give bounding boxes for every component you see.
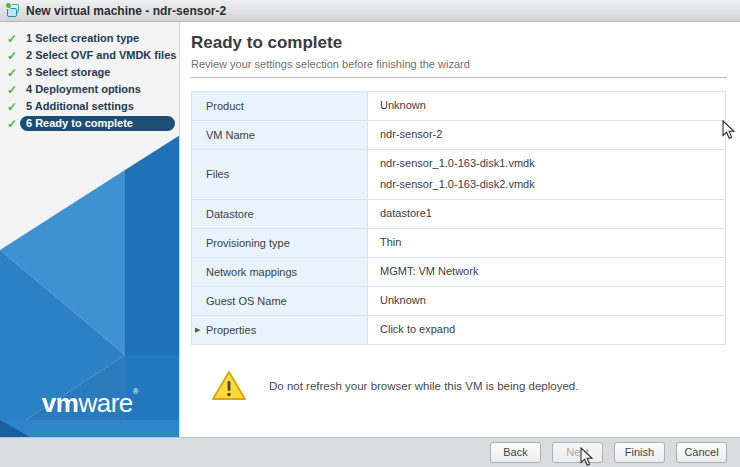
page-subtitle: Review your settings selection before fi…	[191, 58, 740, 70]
table-row: VM Namendr-sensor-2	[192, 121, 726, 150]
row-value-cell: Thin	[368, 229, 726, 258]
row-label-cell: Network mappings	[192, 258, 368, 287]
row-value: Unknown	[380, 95, 717, 116]
expand-arrow-icon[interactable]: ▶	[195, 326, 200, 334]
window-title: New virtual machine - ndr-sensor-2	[26, 4, 226, 18]
table-row: ProductUnknown	[192, 92, 726, 121]
main-content: Ready to complete Review your settings s…	[181, 22, 740, 437]
row-value-cell: datastore1	[368, 200, 726, 229]
next-button: Next	[552, 442, 603, 463]
row-label: Files	[206, 168, 229, 180]
step-label: 6 Ready to complete	[20, 116, 175, 131]
row-label: Guest OS Name	[206, 295, 287, 307]
steps-list: ✓1 Select creation type✓2 Select OVF and…	[0, 22, 179, 132]
deployment-warning: Do not refresh your browser while this V…	[211, 370, 740, 402]
step-check-icon: ✓	[7, 32, 20, 46]
row-label-cell: VM Name	[192, 121, 368, 150]
row-value-cell: Unknown	[368, 92, 726, 121]
table-row: Filesndr-sensor_1.0-163-disk1.vmdkndr-se…	[192, 150, 726, 200]
row-value: ndr-sensor-2	[380, 124, 717, 145]
titlebar: New virtual machine - ndr-sensor-2	[0, 0, 740, 22]
table-row: Datastoredatastore1	[192, 200, 726, 229]
step-check-icon: ✓	[7, 66, 20, 80]
row-value: Thin	[380, 232, 717, 253]
row-label-cell[interactable]: ▶Properties	[192, 316, 368, 345]
row-label: Properties	[206, 324, 256, 336]
table-row[interactable]: ▶PropertiesClick to expand	[192, 316, 726, 345]
row-value: Unknown	[380, 290, 717, 311]
step-check-icon: ✓	[7, 83, 20, 97]
table-row: Provisioning typeThin	[192, 229, 726, 258]
step-check-icon: ✓	[7, 117, 20, 131]
wizard-steps-sidebar: ✓1 Select creation type✓2 Select OVF and…	[0, 22, 180, 437]
cancel-button[interactable]: Cancel	[676, 442, 727, 463]
row-label: Datastore	[206, 208, 254, 220]
row-value-cell[interactable]: Click to expand	[368, 316, 726, 345]
sidebar-step-5[interactable]: ✓5 Additional settings	[0, 98, 179, 115]
row-value-cell: ndr-sensor_1.0-163-disk1.vmdkndr-sensor_…	[368, 150, 726, 200]
divider	[191, 77, 727, 78]
row-label-cell: Product	[192, 92, 368, 121]
row-value: Click to expand	[380, 319, 717, 340]
table-row: Network mappingsMGMT: VM Network	[192, 258, 726, 287]
row-label-cell: Datastore	[192, 200, 368, 229]
footer-bar: BackNextFinishCancel	[0, 437, 740, 467]
table-row: Guest OS NameUnknown	[192, 287, 726, 316]
row-label-cell: Guest OS Name	[192, 287, 368, 316]
row-value-cell: ndr-sensor-2	[368, 121, 726, 150]
vmware-logo: vmware®	[0, 387, 180, 419]
row-label: Network mappings	[206, 266, 297, 278]
new-vm-icon	[6, 4, 21, 18]
row-label: VM Name	[206, 129, 255, 141]
sidebar-step-4[interactable]: ✓4 Deployment options	[0, 81, 179, 98]
row-label-cell: Files	[192, 150, 368, 200]
sidebar-step-1[interactable]: ✓1 Select creation type	[0, 30, 179, 47]
page-title: Ready to complete	[191, 33, 740, 53]
warning-icon	[211, 370, 247, 402]
row-value: ndr-sensor_1.0-163-disk2.vmdk	[380, 174, 717, 195]
step-label: 2 Select OVF and VMDK files	[20, 48, 180, 63]
step-check-icon: ✓	[7, 49, 20, 63]
step-label: 1 Select creation type	[20, 31, 147, 46]
row-label-cell: Provisioning type	[192, 229, 368, 258]
row-value-cell: MGMT: VM Network	[368, 258, 726, 287]
step-check-icon: ✓	[7, 100, 20, 114]
step-label: 5 Additional settings	[20, 99, 142, 114]
finish-button[interactable]: Finish	[614, 442, 665, 463]
sidebar-step-2[interactable]: ✓2 Select OVF and VMDK files	[0, 47, 179, 64]
row-value: MGMT: VM Network	[380, 261, 717, 282]
row-value: datastore1	[380, 203, 717, 224]
wizard-buttons: BackNextFinishCancel	[490, 442, 727, 463]
sidebar-step-6[interactable]: ✓6 Ready to complete	[0, 115, 179, 132]
sidebar-step-3[interactable]: ✓3 Select storage	[0, 64, 179, 81]
row-label: Provisioning type	[206, 237, 290, 249]
back-button[interactable]: Back	[490, 442, 541, 463]
row-label: Product	[206, 100, 244, 112]
step-label: 4 Deployment options	[20, 82, 149, 97]
row-value-cell: Unknown	[368, 287, 726, 316]
step-label: 3 Select storage	[20, 65, 118, 80]
row-value: ndr-sensor_1.0-163-disk1.vmdk	[380, 153, 717, 174]
vmware-logo-panel: vmware®	[0, 132, 180, 437]
warning-text: Do not refresh your browser while this V…	[269, 380, 578, 392]
new-vm-wizard-window: New virtual machine - ndr-sensor-2 ✓1 Se…	[0, 0, 740, 467]
settings-summary-table: ProductUnknownVM Namendr-sensor-2Filesnd…	[191, 91, 726, 345]
